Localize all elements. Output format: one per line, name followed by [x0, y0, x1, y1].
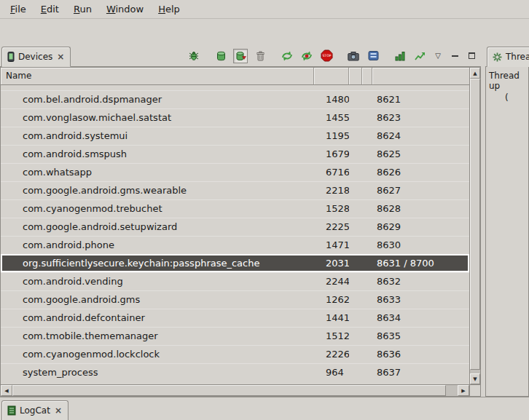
start-method-profiling-icon[interactable] — [299, 49, 314, 63]
logcat-icon — [7, 405, 16, 416]
process-name: com.vonglasow.michael.satstat — [1, 112, 314, 123]
close-icon[interactable]: × — [54, 405, 63, 416]
process-port: 8634 — [372, 312, 469, 323]
process-port: 8627 — [372, 185, 469, 196]
process-pid: 1512 — [314, 330, 349, 341]
process-name: com.android.systemui — [1, 130, 314, 141]
cause-gc-icon[interactable] — [253, 49, 267, 63]
process-row[interactable]: com.android.defcontainer 14411 8634 — [1, 309, 469, 327]
process-pid: 22265 — [314, 349, 349, 360]
close-icon[interactable]: × — [56, 52, 65, 62]
network-stats-icon[interactable] — [412, 49, 427, 63]
tab-devices[interactable]: Devices × — [1, 47, 71, 67]
process-pid: 6716 — [314, 167, 349, 178]
menu-edit[interactable]: Edit — [34, 0, 66, 18]
process-port: 8636 — [372, 349, 469, 360]
threads-content: Thread up ( — [485, 67, 529, 397]
process-name: org.sufficientlysecure.keychain:passphra… — [1, 258, 314, 269]
process-name: com.android.phone — [1, 239, 314, 250]
process-row[interactable]: com.bel.android.dspmanager 1480 8621 — [1, 90, 469, 108]
process-row[interactable]: com.android.smspush 1679 8625 — [1, 145, 469, 163]
process-pid: 1471 — [314, 239, 349, 250]
minimize-icon[interactable] — [449, 50, 461, 62]
devices-toolbar: STOP — [187, 49, 481, 63]
process-name: com.android.vending — [1, 276, 314, 287]
process-name: com.cyanogenmod.lockclock — [1, 349, 314, 360]
allocation-tracker-icon[interactable] — [393, 49, 407, 63]
column-header-spacer-1[interactable] — [349, 68, 362, 85]
process-pid: 1195 — [314, 130, 349, 141]
tab-threads-label: Threads — [506, 52, 529, 62]
menu-run[interactable]: Run — [66, 0, 99, 18]
process-pid: 14411 — [314, 312, 349, 323]
menu-help[interactable]: Help — [151, 0, 187, 18]
process-row[interactable]: com.google.android.setupwizard 22250 862… — [1, 218, 469, 236]
horizontal-scroll-track[interactable] — [12, 385, 458, 396]
capture-system-state-icon[interactable] — [366, 49, 380, 63]
process-pid: 20311 — [314, 258, 349, 269]
threads-message-line2: ( — [489, 92, 528, 103]
scroll-down-button[interactable]: ▼ — [470, 373, 480, 384]
vertical-scrollbar[interactable]: ▲ ▼ — [469, 68, 480, 384]
debug-process-icon[interactable] — [187, 49, 201, 63]
view-menu-icon[interactable]: ▽ — [432, 50, 444, 62]
process-pid: 22440 — [314, 276, 349, 287]
process-row[interactable]: com.cyanogenmod.lockclock 22265 8636 — [1, 345, 469, 363]
screen-capture-icon[interactable] — [346, 49, 361, 63]
process-port: 8632 — [372, 276, 469, 287]
process-row[interactable]: com.android.vending 22440 8632 — [1, 272, 469, 290]
process-port: 8630 — [372, 239, 469, 250]
menu-bar: File Edit Run Window Help — [0, 0, 529, 19]
tab-threads[interactable]: Threads — [487, 47, 529, 67]
process-pid: 964 — [314, 367, 349, 378]
horizontal-scrollbar[interactable]: ◀ ▶ — [1, 384, 469, 396]
horizontal-scroll-thumb[interactable] — [12, 385, 446, 396]
process-name: com.android.defcontainer — [1, 312, 314, 323]
process-row[interactable]: com.android.systemui 1195 8624 — [1, 127, 469, 145]
column-header-pid[interactable] — [314, 68, 349, 85]
device-icon — [7, 52, 15, 62]
process-row[interactable]: com.vonglasow.michael.satstat 14553 8623 — [1, 108, 469, 127]
process-row[interactable]: org.sufficientlysecure.keychain:passphra… — [1, 254, 469, 272]
column-header-name[interactable]: Name — [1, 68, 314, 85]
tab-logcat[interactable]: LogCat × — [1, 400, 68, 420]
devices-panel: Devices × — [0, 45, 481, 397]
dump-hprof-icon[interactable] — [233, 49, 248, 63]
process-name: com.google.android.setupwizard — [1, 221, 314, 232]
maximize-icon[interactable] — [466, 50, 477, 62]
process-row[interactable]: com.cyanogenmod.trebuchet 1528 8628 — [1, 199, 469, 218]
scroll-up-button[interactable]: ▲ — [470, 68, 480, 79]
process-row[interactable]: com.whatsapp 6716 8626 — [1, 163, 469, 181]
process-name: com.bel.android.dspmanager — [1, 94, 314, 105]
process-pid: 1679 — [314, 148, 349, 159]
toolbar-strip — [0, 19, 529, 45]
process-port: 8623 — [372, 112, 469, 123]
process-port: 8629 — [372, 221, 469, 232]
stop-process-icon[interactable]: STOP — [319, 49, 334, 63]
column-header-port[interactable] — [372, 68, 469, 85]
process-port: 8633 — [372, 294, 469, 305]
update-heap-icon[interactable] — [213, 49, 228, 63]
process-row[interactable]: com.android.phone 1471 8630 — [1, 236, 469, 254]
column-header-spacer-2[interactable] — [362, 68, 372, 85]
process-pid: 12623 — [314, 294, 349, 305]
process-name: com.google.android.gms.wearable — [1, 185, 314, 196]
process-name: com.cyanogenmod.trebuchet — [1, 203, 314, 214]
tab-devices-label: Devices — [18, 52, 52, 62]
scroll-right-button[interactable]: ▶ — [458, 385, 469, 396]
menu-file[interactable]: File — [3, 0, 34, 18]
process-row[interactable]: com.google.android.gms 12623 8633 — [1, 290, 469, 309]
process-pid: 1480 — [314, 94, 349, 105]
process-row[interactable]: com.tmobile.thememanager 1512 8635 — [1, 327, 469, 345]
process-port: 8635 — [372, 330, 469, 341]
vertical-scroll-track[interactable] — [470, 79, 480, 373]
process-row[interactable]: system_process 964 8637 — [1, 363, 469, 381]
vertical-scroll-thumb[interactable] — [470, 79, 480, 370]
scroll-left-button[interactable]: ◀ — [1, 385, 12, 396]
process-row[interactable]: com.google.android.gms.wearable 22185 86… — [1, 181, 469, 199]
threads-panel: Threads Thread up ( — [485, 45, 529, 397]
menu-window[interactable]: Window — [99, 0, 151, 18]
update-threads-icon[interactable] — [280, 49, 294, 63]
process-name: com.android.smspush — [1, 148, 314, 159]
table-header: Name — [1, 68, 469, 85]
